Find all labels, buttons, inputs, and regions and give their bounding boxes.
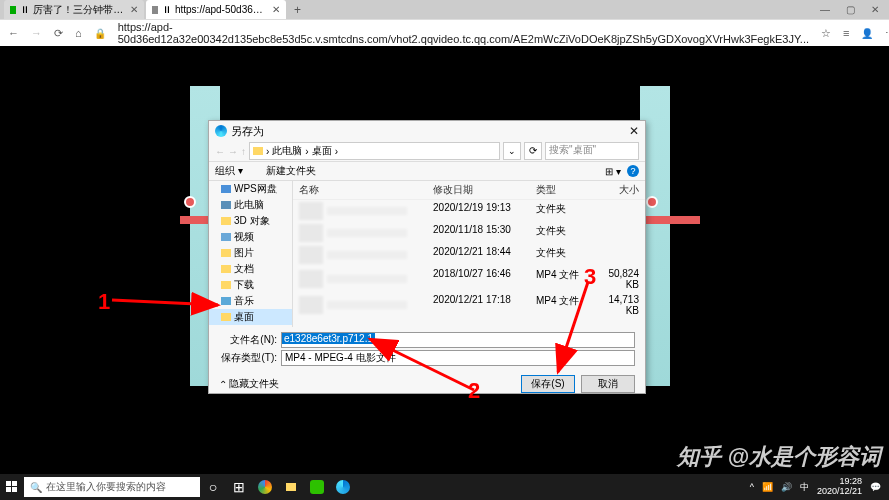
browser-chrome: ⏸ 厉害了！三分钟带你读懂中 ✕ ⏸ https://apd-50d36ed12… — [0, 0, 889, 46]
tray-up-icon[interactable]: ^ — [750, 482, 754, 492]
nav-up-button[interactable]: ↑ — [241, 146, 246, 157]
annotation-1: 1 — [98, 289, 110, 315]
desk-icon — [221, 313, 231, 321]
tree-item-wps[interactable]: WPS网盘 — [209, 181, 292, 197]
vid-icon — [221, 233, 231, 241]
file-row[interactable]: 2020/11/18 15:30文件夹 — [293, 222, 645, 244]
filename-label: 文件名(N): — [219, 333, 281, 347]
reload-button[interactable]: ⟳ — [54, 27, 63, 40]
explorer-icon[interactable] — [278, 474, 304, 500]
hide-folders-toggle[interactable]: ⌃隐藏文件夹 — [219, 375, 279, 393]
column-size[interactable]: 大小 — [592, 183, 645, 197]
organize-menu[interactable]: 组织 ▾ — [215, 164, 243, 178]
close-button[interactable]: ✕ — [629, 124, 639, 138]
close-button[interactable]: ✕ — [871, 4, 879, 15]
taskview-icon[interactable]: ⊞ — [226, 474, 252, 500]
filetype-label: 保存类型(T): — [219, 351, 281, 365]
column-date[interactable]: 修改日期 — [433, 183, 536, 197]
file-list[interactable]: 名称 修改日期 类型 大小 2020/12/19 19:13文件夹2020/11… — [293, 181, 645, 327]
tree-item-doc[interactable]: 文档 — [209, 261, 292, 277]
save-button[interactable]: 保存(S) — [521, 375, 575, 393]
new-folder-button[interactable]: 新建文件夹 — [266, 164, 316, 178]
refresh-button[interactable]: ⟳ — [524, 142, 542, 160]
tab-2-title: ⏸ https://apd-50d36ed12a32... — [162, 4, 268, 15]
chrome-icon[interactable] — [252, 474, 278, 500]
help-button[interactable]: ? — [627, 165, 639, 177]
dialog-title: 另存为 — [231, 124, 264, 139]
tree-item-mus[interactable]: 音乐 — [209, 293, 292, 309]
taskbar: 🔍在这里输入你要搜索的内容 ○ ⊞ ^ 📶 🔊 中 19:282020/12/2… — [0, 474, 889, 500]
watermark: 知乎 @水是个形容词 — [677, 442, 881, 472]
path-seg-2: › — [305, 146, 308, 157]
wechat-icon — [10, 6, 16, 14]
tree-item-3d[interactable]: 3D 对象 — [209, 213, 292, 229]
more-button[interactable]: ⋯ — [885, 27, 889, 40]
tree-item-pic[interactable]: 图片 — [209, 245, 292, 261]
path-seg-3: › — [335, 146, 338, 157]
new-tab-button[interactable]: + — [288, 3, 307, 17]
cancel-button[interactable]: 取消 — [581, 375, 635, 393]
tab-2[interactable]: ⏸ https://apd-50d36ed12a32... ✕ — [146, 0, 286, 19]
file-row[interactable]: 2020/12/21 17:18MP4 文件14,713 KB — [293, 292, 645, 318]
close-icon[interactable]: ✕ — [130, 4, 138, 15]
wechat-icon[interactable] — [304, 474, 330, 500]
start-button[interactable] — [0, 474, 24, 500]
doc-icon — [152, 6, 158, 14]
path-dropdown-button[interactable]: ⌄ — [503, 142, 521, 160]
star-button[interactable]: ☆ — [821, 27, 831, 40]
path-input[interactable]: › 此电脑 › 桌面 › — [249, 142, 500, 160]
file-row[interactable]: 2020/12/21 18:44文件夹 — [293, 244, 645, 266]
nav-back-button[interactable]: ← — [215, 146, 225, 157]
column-name[interactable]: 名称 — [293, 183, 433, 197]
svg-rect-7 — [12, 487, 17, 492]
nav-forward-button[interactable]: → — [228, 146, 238, 157]
edge-icon[interactable] — [330, 474, 356, 500]
pc-icon — [221, 201, 231, 209]
back-button[interactable]: ← — [8, 27, 19, 39]
tree-item-pc[interactable]: 此电脑 — [209, 197, 292, 213]
file-row[interactable]: 2020/12/19 19:13文件夹 — [293, 200, 645, 222]
wps-icon — [221, 185, 231, 193]
path-seg-pc[interactable]: 此电脑 — [272, 144, 302, 158]
favorites-button[interactable]: ≡ — [843, 27, 849, 39]
tray-notif-icon[interactable]: 💬 — [870, 482, 881, 492]
forward-button[interactable]: → — [31, 27, 42, 39]
svg-rect-4 — [6, 481, 11, 486]
tree-item-vid[interactable]: 视频 — [209, 229, 292, 245]
tray-vol-icon[interactable]: 🔊 — [781, 482, 792, 492]
tray-net-icon[interactable]: 📶 — [762, 482, 773, 492]
column-type[interactable]: 类型 — [536, 183, 592, 197]
path-seg-1: › — [266, 146, 269, 157]
file-row[interactable]: 2018/10/27 16:46MP4 文件50,824 KB — [293, 266, 645, 292]
mus-icon — [221, 297, 231, 305]
tray-clock[interactable]: 19:282020/12/21 — [817, 477, 862, 497]
tab-strip: ⏸ 厉害了！三分钟带你读懂中 ✕ ⏸ https://apd-50d36ed12… — [0, 0, 889, 19]
close-icon[interactable]: ✕ — [272, 4, 280, 15]
maximize-button[interactable]: ▢ — [846, 4, 855, 15]
folder-tree[interactable]: WPS网盘此电脑3D 对象视频图片文档下载音乐桌面Windows (C:) — [209, 181, 293, 327]
view-button[interactable]: ⊞ ▾ — [605, 166, 621, 177]
tree-item-disk[interactable]: Windows (C:) — [209, 325, 292, 327]
taskbar-search-input[interactable]: 🔍在这里输入你要搜索的内容 — [24, 477, 200, 497]
tree-item-dl[interactable]: 下载 — [209, 277, 292, 293]
tree-item-desk[interactable]: 桌面 — [209, 309, 292, 325]
filename-input[interactable]: e1328e6et3r.p712.1 — [281, 332, 635, 348]
dl-icon — [221, 281, 231, 289]
edge-icon — [215, 125, 227, 137]
tray-ime-icon[interactable]: 中 — [800, 481, 809, 494]
tab-1-title: ⏸ 厉害了！三分钟带你读懂中 — [20, 3, 126, 17]
tab-1[interactable]: ⏸ 厉害了！三分钟带你读懂中 ✕ — [4, 0, 144, 19]
cortana-icon[interactable]: ○ — [200, 474, 226, 500]
pic-icon — [221, 249, 231, 257]
minimize-button[interactable]: — — [820, 4, 830, 15]
lock-icon: 🔒 — [94, 28, 106, 39]
path-seg-desk[interactable]: 桌面 — [312, 144, 332, 158]
3d-icon — [221, 217, 231, 225]
url-input[interactable]: https://apd-50d36ed12a32e00342d135ebc8e5… — [118, 21, 809, 45]
doc-icon — [221, 265, 231, 273]
filetype-select[interactable]: MP4 - MPEG-4 电影文件 — [281, 350, 635, 366]
home-button[interactable]: ⌂ — [75, 27, 82, 39]
address-bar-row: ← → ⟳ ⌂ 🔒 https://apd-50d36ed12a32e00342… — [0, 19, 889, 46]
folder-search-input[interactable]: 搜索"桌面" — [545, 142, 639, 160]
profile-button[interactable]: 👤 — [861, 28, 873, 39]
